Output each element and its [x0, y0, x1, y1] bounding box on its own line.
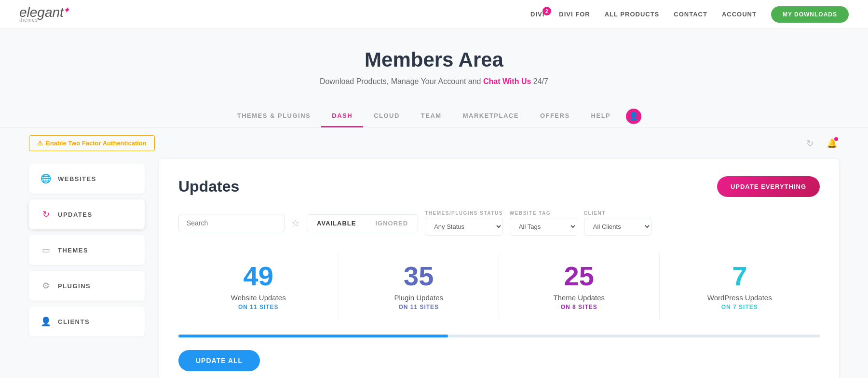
website-updates-sites: ON 11 SITES: [183, 304, 334, 310]
sidebar: 🌐 WEBSITES ↻ UPDATES ▭ THEMES ⚙ PLUGINS …: [29, 159, 145, 378]
plugin-updates-sites: ON 11 SITES: [344, 304, 494, 310]
tab-marketplace[interactable]: MARKETPLACE: [452, 105, 529, 127]
sidebar-label-clients: CLIENTS: [58, 318, 90, 325]
main-nav: DIVI 2 DIVI FOR ALL PRODUCTS CONTACT ACC…: [530, 6, 849, 23]
notification-dot: [834, 137, 838, 141]
main-layout: 🌐 WEBSITES ↻ UPDATES ▭ THEMES ⚙ PLUGINS …: [0, 159, 868, 378]
website-updates-number: 49: [183, 263, 334, 290]
theme-updates-number: 25: [504, 263, 654, 290]
status-filter-label: THEMES/PLUGINS STATUS: [425, 210, 503, 216]
sidebar-label-updates: UPDATES: [58, 211, 93, 218]
sidebar-item-themes[interactable]: ▭ THEMES: [29, 235, 145, 265]
two-factor-auth-button[interactable]: ⚠ Enable Two Factor Authentication: [29, 135, 155, 151]
plugins-icon: ⚙: [41, 280, 51, 291]
tag-filter-group: WEBSITE TAG All Tags: [510, 210, 577, 236]
logo: elegant✦ themes: [19, 6, 71, 23]
filter-row: ☆ AVAILABLE IGNORED THEMES/PLUGINS STATU…: [178, 210, 820, 236]
theme-updates-label: Theme Updates: [504, 294, 654, 302]
wordpress-updates-label: WordPress Updates: [665, 294, 815, 302]
profile-icon: 👤: [629, 112, 638, 121]
stats-grid: 49 Website Updates ON 11 SITES 35 Plugin…: [178, 253, 820, 320]
update-everything-button[interactable]: UPDATE EVERYTHING: [717, 176, 820, 197]
update-all-button[interactable]: UPDATE ALL: [178, 350, 260, 371]
search-input[interactable]: [178, 214, 285, 232]
page-title: Members Area: [0, 48, 868, 71]
tab-cloud[interactable]: CLOUD: [363, 105, 410, 127]
header: elegant✦ themes DIVI 2 DIVI FOR ALL PROD…: [0, 0, 868, 29]
sidebar-item-plugins[interactable]: ⚙ PLUGINS: [29, 271, 145, 301]
nav-account[interactable]: ACCOUNT: [722, 11, 757, 18]
sidebar-item-updates[interactable]: ↻ UPDATES: [29, 199, 145, 229]
alert-bar: ⚠ Enable Two Factor Authentication ↻ 🔔: [0, 127, 868, 159]
stat-website-updates: 49 Website Updates ON 11 SITES: [178, 253, 339, 320]
theme-updates-sites: ON 8 SITES: [504, 304, 654, 310]
wordpress-updates-number: 7: [665, 263, 815, 290]
toolbar-icons: ↻ 🔔: [802, 136, 839, 151]
sidebar-label-plugins: PLUGINS: [58, 282, 91, 290]
nav-divi[interactable]: DIVI 2: [530, 11, 544, 18]
plugin-updates-number: 35: [344, 263, 494, 290]
client-filter-group: CLIENT All Clients: [584, 210, 651, 236]
tag-filter-select[interactable]: All Tags: [510, 218, 577, 236]
progress-bar-fill: [178, 335, 448, 337]
client-filter-label: CLIENT: [584, 210, 651, 216]
progress-bar-track: [178, 335, 820, 337]
wordpress-updates-sites: ON 7 SITES: [665, 304, 815, 310]
main-content: Updates UPDATE EVERYTHING ☆ AVAILABLE IG…: [159, 159, 839, 378]
client-filter-select[interactable]: All Clients: [584, 218, 651, 236]
tab-help[interactable]: HELP: [581, 105, 622, 127]
status-filter-group: THEMES/PLUGINS STATUS Any Status: [425, 210, 503, 236]
clients-icon: 👤: [41, 316, 51, 327]
globe-icon: 🌐: [41, 173, 51, 184]
tag-filter-label: WEBSITE TAG: [510, 210, 577, 216]
nav-all-products[interactable]: ALL PRODUCTS: [605, 11, 660, 18]
profile-avatar[interactable]: 👤: [626, 109, 641, 124]
tab-offers[interactable]: OFFERS: [529, 105, 581, 127]
updates-header: Updates UPDATE EVERYTHING: [178, 176, 820, 197]
hero-subtitle: Download Products, Manage Your Account a…: [0, 77, 868, 86]
status-filter-select[interactable]: Any Status: [425, 218, 503, 236]
hero-section: Members Area Download Products, Manage Y…: [0, 29, 868, 96]
plugin-updates-label: Plugin Updates: [344, 294, 494, 302]
ignored-toggle-button[interactable]: IGNORED: [366, 215, 418, 232]
refresh-icon: ↻: [806, 138, 814, 149]
nav-divi-for[interactable]: DIVI FOR: [559, 11, 590, 18]
stat-plugin-updates: 35 Plugin Updates ON 11 SITES: [339, 253, 500, 320]
tab-team[interactable]: TEAM: [410, 105, 452, 127]
tab-themes-plugins[interactable]: THEMES & PLUGINS: [227, 105, 322, 127]
sidebar-item-clients[interactable]: 👤 CLIENTS: [29, 307, 145, 336]
chat-link[interactable]: Chat With Us: [483, 77, 531, 85]
divi-badge: 2: [542, 7, 551, 15]
tab-dash[interactable]: DASH: [321, 105, 363, 127]
sidebar-label-websites: WEBSITES: [58, 175, 96, 182]
updates-icon: ↻: [41, 209, 51, 220]
notifications-button[interactable]: 🔔: [825, 136, 839, 151]
sidebar-item-websites[interactable]: 🌐 WEBSITES: [29, 164, 145, 194]
themes-icon: ▭: [41, 245, 51, 255]
available-toggle-button[interactable]: AVAILABLE: [307, 215, 366, 232]
stat-theme-updates: 25 Theme Updates ON 8 SITES: [499, 253, 660, 320]
updates-title: Updates: [178, 178, 239, 196]
tabs-nav: THEMES & PLUGINS DASH CLOUD TEAM MARKETP…: [0, 105, 868, 127]
warning-icon: ⚠: [37, 140, 43, 147]
available-ignored-toggle: AVAILABLE IGNORED: [307, 214, 418, 232]
sidebar-label-themes: THEMES: [58, 247, 88, 254]
website-updates-label: Website Updates: [183, 294, 334, 302]
nav-contact[interactable]: CONTACT: [674, 11, 707, 18]
progress-row: [178, 335, 820, 337]
refresh-button[interactable]: ↻: [802, 136, 817, 151]
star-filter-button[interactable]: ☆: [291, 217, 300, 229]
logo-star-icon: ✦: [63, 5, 70, 15]
alert-label: Enable Two Factor Authentication: [46, 140, 147, 147]
my-downloads-button[interactable]: MY DOWNLOADS: [771, 6, 849, 23]
stat-wordpress-updates: 7 WordPress Updates ON 7 SITES: [660, 253, 820, 320]
